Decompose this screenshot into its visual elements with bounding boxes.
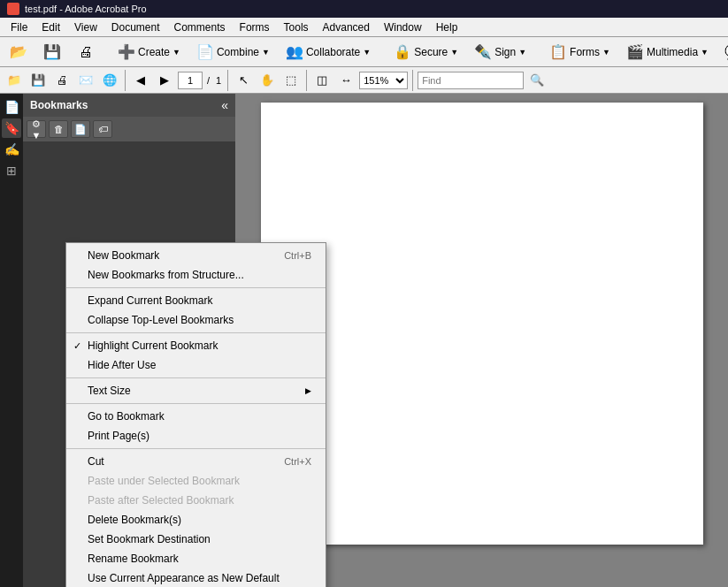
strip-signatures-icon[interactable]: ✍: [2, 140, 21, 159]
find-input[interactable]: [418, 72, 524, 89]
ctx-highlight[interactable]: Highlight Current Bookmark: [66, 336, 326, 355]
ctx-collapse[interactable]: Collapse Top-Level Bookmarks: [66, 310, 326, 330]
collaborate-arrow: ▼: [363, 48, 371, 57]
ctx-sep-4: [66, 403, 326, 404]
ctx-rename-label: Rename Bookmark: [88, 553, 179, 565]
ctx-new-from-structure-label: New Bookmarks from Structure...: [88, 269, 244, 281]
ctx-sep-1: [66, 287, 326, 288]
ctx-delete-label: Delete Bookmark(s): [88, 514, 181, 526]
multimedia-label: Multimedia: [647, 46, 698, 58]
secure-arrow: ▼: [450, 48, 458, 57]
secure-label: Secure: [414, 46, 448, 58]
menu-forms[interactable]: Forms: [233, 19, 277, 35]
ctx-paste-under-label: Paste under Selected Bookmark: [88, 475, 240, 487]
browser-btn[interactable]: 🌐: [99, 71, 120, 90]
menu-view[interactable]: View: [67, 19, 104, 35]
menu-edit[interactable]: Edit: [34, 19, 67, 35]
hand-btn[interactable]: ✋: [257, 71, 278, 90]
ctx-set-destination-label: Set Bookmark Destination: [88, 533, 211, 545]
menu-bar: File Edit View Document Comments Forms T…: [0, 18, 728, 37]
print-nav-btn[interactable]: 🖨: [51, 71, 73, 90]
strip-layers-icon[interactable]: ⊞: [2, 161, 21, 180]
menu-advanced[interactable]: Advanced: [316, 19, 377, 35]
ctx-paste-under: Paste under Selected Bookmark: [66, 471, 326, 491]
folder-btn[interactable]: 📁: [4, 71, 25, 90]
create-arrow: ▼: [172, 48, 180, 57]
comment-icon: 💬: [724, 43, 728, 61]
select-btn[interactable]: ⬚: [280, 71, 302, 90]
ctx-cut[interactable]: Cut Ctrl+X: [66, 452, 326, 471]
menu-window[interactable]: Window: [377, 19, 429, 35]
ctx-set-destination[interactable]: Set Bookmark Destination: [66, 530, 326, 549]
find-btn[interactable]: 🔍: [526, 71, 548, 90]
context-menu: New Bookmark Ctrl+B New Bookmarks from S…: [65, 242, 326, 587]
total-pages: 1: [214, 75, 223, 86]
save-nav-btn[interactable]: 💾: [27, 71, 49, 90]
ctx-collapse-label: Collapse Top-Level Bookmarks: [88, 314, 234, 326]
strip-pages-icon[interactable]: 📄: [2, 97, 21, 117]
options-btn[interactable]: ⚙ ▼: [27, 120, 46, 138]
menu-help[interactable]: Help: [429, 19, 465, 35]
collaborate-label: Collaborate: [306, 46, 360, 58]
secure-button[interactable]: 🔒 Secure ▼: [387, 40, 464, 65]
ctx-cut-label: Cut: [88, 455, 104, 468]
multimedia-button[interactable]: 🎬 Multimedia ▼: [620, 40, 715, 65]
fit-width-btn[interactable]: ↔: [335, 71, 356, 90]
combine-button[interactable]: 📄 Combine ▼: [190, 40, 276, 65]
menu-comments[interactable]: Comments: [167, 19, 233, 35]
menu-file[interactable]: File: [4, 19, 34, 35]
ctx-new-from-structure[interactable]: New Bookmarks from Structure...: [66, 265, 326, 285]
ctx-print-pages-label: Print Page(s): [88, 430, 149, 442]
title-bar: test.pdf - Adobe Acrobat Pro: [0, 0, 728, 18]
ctx-print-pages[interactable]: Print Page(s): [66, 426, 326, 446]
prev-page-btn[interactable]: ◀: [130, 71, 151, 90]
sign-arrow: ▼: [518, 48, 526, 57]
ctx-text-size[interactable]: Text Size ▶: [66, 381, 326, 400]
ctx-expand[interactable]: Expand Current Bookmark: [66, 291, 326, 310]
nav-sep-2: [227, 70, 228, 91]
comment-button[interactable]: 💬 Comment ▼: [718, 40, 728, 65]
main-toolbar: 📂 💾 🖨 ➕ Create ▼ 📄 Combine ▼ 👥 Collabora…: [0, 37, 728, 67]
ctx-use-appearance-label: Use Current Appearance as New Default: [88, 572, 280, 584]
fit-page-btn[interactable]: ◫: [311, 71, 333, 90]
ctx-hide-after-label: Hide After Use: [88, 359, 156, 371]
menu-tools[interactable]: Tools: [277, 19, 316, 35]
ctx-new-bookmark[interactable]: New Bookmark Ctrl+B: [66, 246, 326, 265]
zoom-select[interactable]: 151% 100% 75% 50%: [359, 72, 408, 89]
open-button[interactable]: 📂: [4, 40, 34, 65]
collaborate-button[interactable]: 👥 Collaborate ▼: [280, 40, 377, 65]
sign-label: Sign: [494, 46, 516, 58]
ctx-cut-shortcut: Ctrl+X: [284, 456, 311, 467]
menu-document[interactable]: Document: [104, 19, 167, 35]
ctx-delete[interactable]: Delete Bookmark(s): [66, 510, 326, 530]
ctx-use-appearance[interactable]: Use Current Appearance as New Default: [66, 568, 326, 587]
page-input[interactable]: [178, 72, 203, 89]
combine-icon: 📄: [196, 43, 214, 61]
next-page-btn[interactable]: ▶: [154, 71, 175, 90]
tag-btn[interactable]: 🏷: [93, 120, 112, 138]
sidebar-collapse-btn[interactable]: «: [221, 98, 228, 112]
delete-btn[interactable]: 🗑: [49, 120, 68, 138]
cursor-btn[interactable]: ↖: [233, 71, 254, 90]
new-btn[interactable]: 📄: [71, 120, 90, 138]
nav-sep-4: [412, 70, 413, 91]
forms-button[interactable]: 📋 Forms ▼: [543, 40, 617, 65]
strip-bookmarks-icon[interactable]: 🔖: [2, 118, 21, 138]
save-button[interactable]: 💾: [37, 40, 67, 65]
create-label: Create: [138, 46, 170, 58]
ctx-go-to[interactable]: Go to Bookmark: [66, 407, 326, 426]
ctx-rename[interactable]: Rename Bookmark: [66, 549, 326, 568]
ctx-new-bookmark-label: New Bookmark: [88, 249, 159, 262]
ctx-hide-after[interactable]: Hide After Use: [66, 355, 326, 375]
print-button[interactable]: 🖨: [71, 40, 101, 65]
email-btn[interactable]: ✉️: [75, 71, 96, 90]
collaborate-icon: 👥: [286, 43, 303, 61]
page-separator: /: [205, 75, 211, 86]
create-button[interactable]: ➕ Create ▼: [111, 40, 187, 65]
sidebar-title: Bookmarks: [30, 99, 88, 111]
open-icon: 📂: [10, 43, 27, 61]
document-page: [261, 103, 703, 545]
secure-icon: 🔒: [394, 43, 411, 61]
forms-icon: 📋: [549, 43, 567, 61]
sign-button[interactable]: ✒️ Sign ▼: [468, 40, 533, 65]
